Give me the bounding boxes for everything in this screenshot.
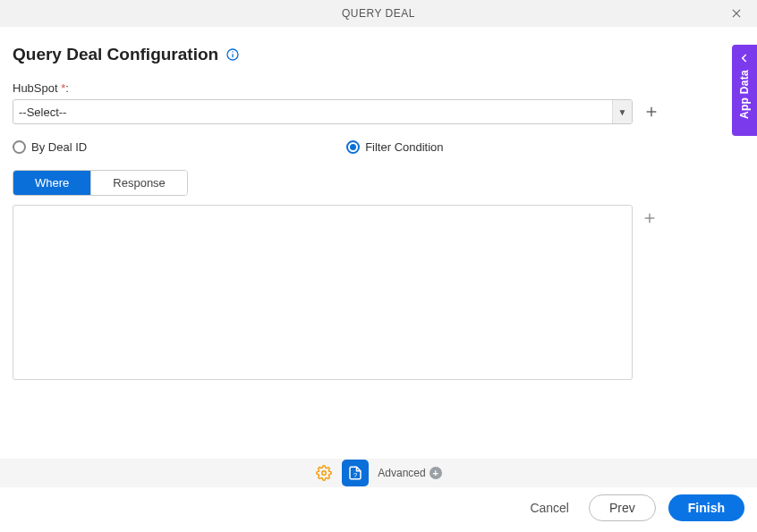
svg-point-9 (322, 471, 327, 476)
header-bar: QUERY DEAL (0, 0, 757, 27)
add-condition-button[interactable] (638, 207, 661, 230)
radio-by-deal-id[interactable]: By Deal ID (13, 140, 87, 154)
app-data-panel-label: App Data (738, 70, 751, 119)
prev-button[interactable]: Prev (589, 494, 656, 521)
finish-button[interactable]: Finish (668, 494, 744, 521)
plus-icon (642, 211, 657, 225)
tab-where[interactable]: Where (13, 171, 90, 195)
connection-select-wrap: --Select-- ▼ (13, 99, 633, 124)
header-title: QUERY DEAL (342, 7, 415, 20)
radio-filter-condition[interactable]: Filter Condition (346, 140, 443, 154)
info-button[interactable] (225, 47, 240, 62)
app-data-panel-toggle[interactable]: App Data (732, 45, 757, 136)
cancel-button[interactable]: Cancel (523, 495, 576, 520)
advanced-link[interactable]: Advanced + (378, 467, 441, 479)
document-icon: ? (347, 465, 363, 481)
connection-select[interactable]: --Select-- (13, 99, 633, 124)
svg-point-4 (232, 51, 233, 52)
svg-text:?: ? (353, 471, 357, 479)
tab-row: Where Response (13, 170, 188, 196)
radio-filter-condition-label: Filter Condition (365, 140, 443, 154)
add-connection-button[interactable] (640, 100, 663, 123)
close-icon (730, 7, 743, 20)
gear-icon (316, 465, 332, 481)
radio-circle-icon (13, 140, 26, 154)
doc-button[interactable]: ? (342, 460, 369, 486)
plus-circle-icon: + (430, 467, 442, 479)
settings-button[interactable] (315, 464, 333, 482)
chevron-left-icon (738, 52, 751, 64)
advanced-label: Advanced (378, 467, 425, 479)
radio-circle-icon (346, 140, 360, 154)
connection-label-suffix: : (65, 81, 69, 95)
plus-icon (644, 105, 659, 119)
radio-by-deal-id-label: By Deal ID (31, 140, 87, 154)
connection-label-text: HubSpot (13, 81, 61, 95)
connection-field-label: HubSpot *: (13, 81, 69, 95)
tab-response[interactable]: Response (90, 171, 187, 195)
where-conditions-panel (13, 205, 633, 380)
info-icon (225, 47, 240, 62)
page-title: Query Deal Configuration (13, 45, 218, 64)
close-button[interactable] (723, 0, 750, 27)
